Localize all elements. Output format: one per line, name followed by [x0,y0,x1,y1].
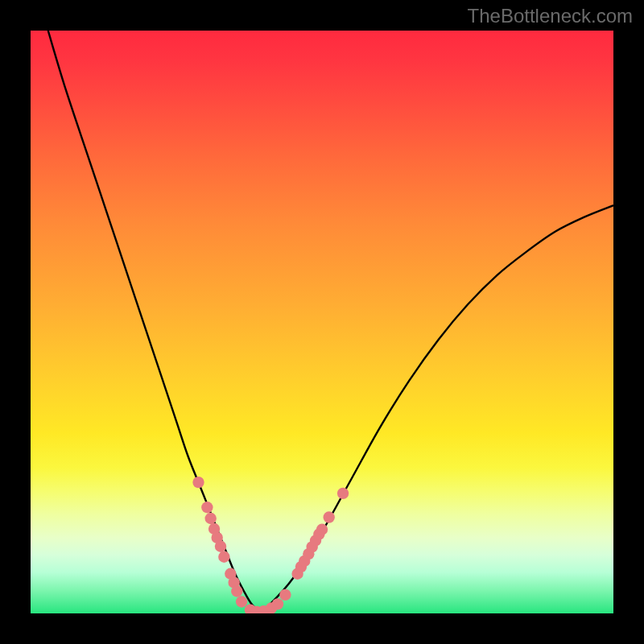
highlight-dot [279,589,291,601]
highlight-dot [316,524,328,535]
highlight-dot [201,502,213,513]
highlight-dot [236,596,247,607]
plot-area [31,31,613,613]
bottleneck-curve [31,31,613,613]
highlight-dot [205,513,217,524]
highlight-dot [231,585,242,597]
highlight-dot [272,598,283,609]
highlight-dot [323,511,334,522]
highlight-dot [215,541,226,552]
highlight-dot [218,551,229,563]
watermark-text: TheBottleneck.com [468,5,633,27]
chart-frame: TheBottleneck.com [0,0,644,644]
curve-line [48,31,613,610]
highlight-dot [192,477,204,488]
highlight-dot [337,488,349,499]
